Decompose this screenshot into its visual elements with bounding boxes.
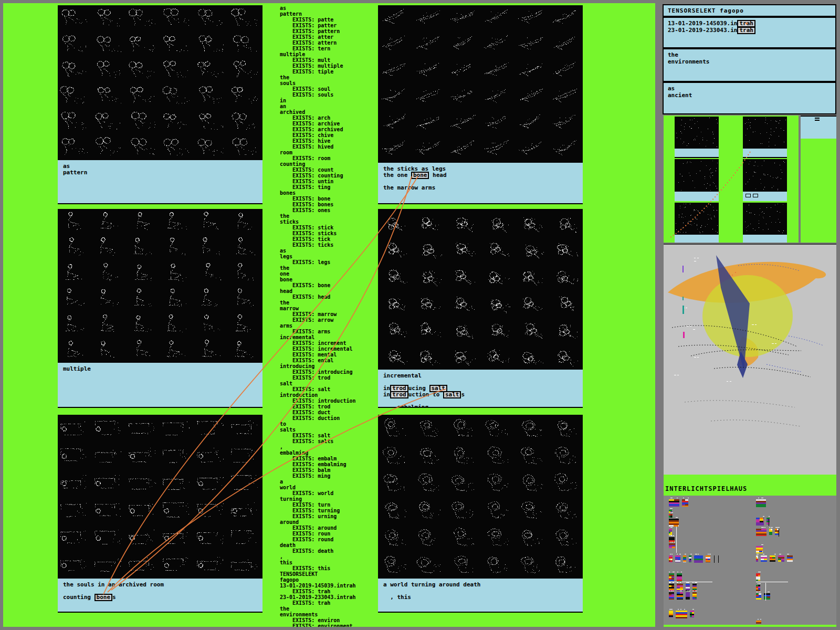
minimap-thumb[interactable] xyxy=(675,159,719,192)
minimap-caption-strip xyxy=(675,235,719,243)
interlicht-panel xyxy=(664,496,836,625)
interlicht-title: INTERLICHTSPIELHAUS xyxy=(665,485,747,492)
sketch-grid-sticks xyxy=(378,5,583,163)
sketch-canvas-souls xyxy=(58,415,262,579)
environments-box: the environments xyxy=(663,48,836,82)
minimap-sidebar-thumb[interactable] xyxy=(801,116,836,140)
boxed-token[interactable]: salt xyxy=(443,391,461,398)
sketch-grid-multiple xyxy=(58,209,262,363)
sketch-grid-souls xyxy=(58,415,262,579)
file-list[interactable]: 13-01-2019-145039.intrah23-01-2019-23304… xyxy=(663,17,836,48)
boxed-token[interactable]: bone xyxy=(411,172,429,179)
sketch-canvas-world xyxy=(378,415,583,579)
minimap-thumb[interactable] xyxy=(675,203,719,235)
minimap-token-mark xyxy=(753,194,758,197)
minimap-caption-strip xyxy=(743,235,787,243)
sketch-canvas-sticks xyxy=(378,5,583,163)
sketch-grid-world xyxy=(378,415,583,579)
minimap-caption-strip xyxy=(743,149,787,158)
minimap-thumb[interactable] xyxy=(743,203,787,235)
minimap-sidebar-mark xyxy=(815,120,820,121)
boxed-token[interactable]: trod xyxy=(390,391,408,398)
bottom-green-strip xyxy=(664,625,836,627)
minimap-caption-strip xyxy=(675,192,719,201)
ancient-box: as ancient xyxy=(663,82,836,114)
minimap-thumb[interactable] xyxy=(675,117,719,149)
minimap-thumb[interactable] xyxy=(743,159,787,192)
sidebar-title-bar: TENSORSELEKT fagopo xyxy=(663,4,836,17)
caption-souls: the souls in an archived room counting b… xyxy=(58,579,262,613)
tensor-plot-shapes xyxy=(664,245,836,476)
tensor-plot-3d[interactable] xyxy=(664,244,836,475)
boxed-token[interactable]: trah xyxy=(737,27,755,34)
boxed-token[interactable]: bone xyxy=(94,594,113,601)
sketch-canvas-incremental xyxy=(378,209,583,370)
app-root: aspattern multiple the souls in an archi… xyxy=(0,0,840,630)
token-existence-list: as pattern EXISTS: patte EXISTS: patter … xyxy=(273,4,383,627)
flag-glyphs-canvas xyxy=(664,496,836,625)
minimap-caption-strip xyxy=(675,149,719,158)
minimap-thumb[interactable] xyxy=(743,117,787,149)
file-marker-dot xyxy=(746,23,748,24)
sketch-grid-pattern xyxy=(58,5,262,160)
caption-multiple: multiple xyxy=(58,363,262,408)
caption-sticks: the sticks as legsthe one bone head the … xyxy=(378,163,583,204)
caption-incremental: incremental introducing saltintroduction… xyxy=(378,370,583,408)
sketch-canvas-multiple xyxy=(58,209,262,363)
minimap-token-mark xyxy=(746,194,751,197)
minimap-sidebar-body xyxy=(801,139,836,243)
minimap-sidebar-mark xyxy=(815,118,820,119)
caption-pattern: aspattern xyxy=(58,160,262,204)
caption-world: a world turning around death , this xyxy=(378,579,583,613)
sketch-canvas-pattern xyxy=(58,5,262,160)
sketch-grid-incremental xyxy=(378,209,583,370)
